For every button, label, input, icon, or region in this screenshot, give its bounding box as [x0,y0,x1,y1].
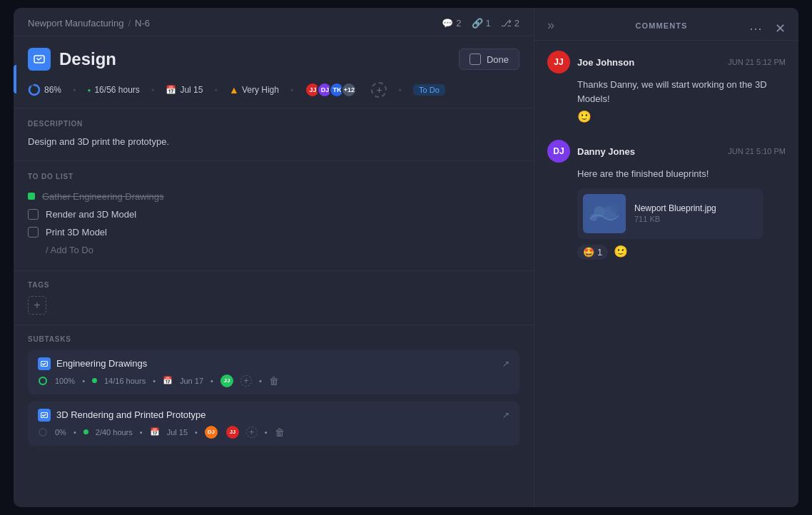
comments-list: JJ Joe Johnson JUN 21 5:12 PM Thanks Dan… [534,41,798,507]
todo-text-2: Render and 3D Model [46,209,136,220]
subtask-1-progress-ring [38,376,48,386]
subtask-1-progress: 100% [55,377,75,385]
todo-item-3[interactable]: Print 3D Model [28,223,519,241]
date-value: Jul 15 [180,85,203,95]
dot-sep-7: • [195,428,198,437]
priority-arrow-icon: ▲ [229,84,239,96]
tags-label: TAGS [28,281,519,289]
subtasks-label: SUBTASKS [28,335,519,343]
todo-label: TO DO LIST [28,173,519,180]
add-todo-button[interactable]: / Add To Do [28,241,519,259]
comment-2-avatar: DJ [547,140,570,163]
done-checkbox [470,53,481,65]
branches-action[interactable]: ⎇ 2 [501,18,519,29]
attachment-size: 711 KB [634,215,757,223]
comments-count: 2 [456,18,461,29]
subtask-2-delete[interactable]: 🗑 [275,427,285,438]
attachment-card[interactable]: Newport Blueprint.jpg 711 KB [577,188,763,239]
subtask-1-external-link[interactable]: ↗ [502,359,509,369]
calendar-icon: 📅 [166,85,176,95]
dot-sep-3: • [210,377,213,385]
link-icon: 🔗 [472,18,483,29]
subtask-1-title[interactable]: Engineering Drawings [56,358,147,369]
modal-overlay: Newport Manufacturing / N-6 💬 2 🔗 1 ⎇ [0,0,812,515]
avatar-more[interactable]: +12 [341,82,357,98]
date-item[interactable]: 📅 Jul 15 [166,85,203,95]
comment-1-header: JJ Joe Johnson JUN 21 5:12 PM [547,51,786,73]
comment-2-emoji-button[interactable]: 🙂 [614,246,628,258]
subtask-1-delete[interactable]: 🗑 [269,375,279,387]
svg-point-12 [610,203,620,213]
collapse-panel-button[interactable]: » [547,18,554,33]
comment-2-user: DJ Danny Jones [547,140,635,163]
todo-checkbox-2[interactable] [28,209,39,220]
cal-icon-1: 📅 [163,376,173,385]
priority-item[interactable]: ▲ Very High [229,84,279,96]
comments-action[interactable]: 💬 2 [442,18,461,29]
todo-checkbox-3[interactable] [28,227,39,238]
subtask-item-2: 3D Rendering and Printed Prototype ↗ 0% … [28,402,519,446]
cal-icon-2: 📅 [150,427,160,437]
task-icon [28,48,51,71]
subtask-2-title[interactable]: 3D Rendering and Printed Prototype [56,409,206,420]
subtask-2-add-assignee[interactable]: + [246,427,258,438]
breadcrumb-project[interactable]: Newport Manufacturing [28,18,123,29]
links-action[interactable]: 🔗 1 [472,18,491,29]
subtask-2-title-row: 3D Rendering and Printed Prototype [38,409,206,422]
comment-1-emoji-button[interactable]: 🙂 [577,111,592,123]
todo-text-1: Gather Engineering Drawings [42,191,164,202]
branch-icon: ⎇ [501,18,512,29]
subtask-1-avatar[interactable]: JJ [220,374,233,387]
more-options-button[interactable]: ⋯ [746,18,765,39]
description-text[interactable]: Design and 3D print the prototype. [28,135,519,149]
done-button[interactable]: Done [459,49,519,70]
right-panel: » COMMENTS JJ Joe Johnson JUN 21 5:12 PM… [534,8,798,507]
subtask-2-meta: 0% • 2/40 hours • 📅 Jul 15 • DJ JJ + • 🗑 [38,426,509,439]
description-label: DESCRIPTION [28,120,519,128]
todo-item-1[interactable]: Gather Engineering Drawings [28,188,519,205]
todo-item-2[interactable]: Render and 3D Model [28,205,519,223]
left-panel: Newport Manufacturing / N-6 💬 2 🔗 1 ⎇ [14,8,534,507]
svg-point-7 [39,429,46,436]
reaction-emoji: 🤩 [583,247,594,258]
subtask-2-header: 3D Rendering and Printed Prototype ↗ [38,409,509,422]
subtask-1-add-assignee[interactable]: + [240,375,252,387]
subtask-1-icon [38,357,51,370]
task-title[interactable]: Design [59,49,116,69]
subtask-2-avatar-2[interactable]: JJ [226,426,239,439]
comment-1-user: JJ Joe Johnson [547,51,634,73]
subtask-2-hours: 2/40 hours [96,428,133,437]
svg-point-2 [29,85,39,95]
close-button[interactable]: ✕ [772,18,788,39]
comment-2-reaction-1[interactable]: 🤩 1 [577,245,608,260]
comment-2-attachment: Newport Blueprint.jpg 711 KB [547,188,786,239]
comment-2-time: JUN 21 5:10 PM [728,147,786,155]
breadcrumb-id[interactable]: N-6 [135,18,150,29]
title-area: Design Done [14,36,534,78]
done-label: Done [487,54,509,65]
subtask-2-avatar[interactable]: DJ [205,426,218,439]
status-badge[interactable]: To Do [413,84,445,96]
svg-point-5 [39,377,46,384]
attachment-thumbnail [583,194,626,233]
dot-sep-8: • [265,428,268,437]
subtask-2-progress: 0% [55,428,66,437]
assignees-avatars: JJ DJ TK +12 [305,82,357,98]
subtasks-section: SUBTASKS Engineering Drawings [14,325,534,463]
hours-item[interactable]: ● 16/56 hours [88,85,140,95]
add-tag-button[interactable]: + [28,296,46,315]
todo-text-3: Print 3D Model [46,227,107,238]
subtask-1-dot [92,378,97,383]
modal-controls: ⋯ ✕ [746,18,788,39]
progress-item[interactable]: 86% [28,83,61,96]
subtask-item-1: Engineering Drawings ↗ 100% • 14/16 hour… [28,350,519,394]
add-assignee-button[interactable]: + [371,82,387,98]
left-bar-indicator [14,65,16,93]
comment-1-name: Joe Johnson [577,57,634,68]
dot-sep-6: • [140,428,143,437]
subtask-2-external-link[interactable]: ↗ [502,410,509,420]
dot-sep-4: • [259,377,262,385]
description-section: DESCRIPTION Design and 3D print the prot… [14,108,534,161]
comment-1-time: JUN 21 5:12 PM [728,58,786,66]
comment-item-1: JJ Joe Johnson JUN 21 5:12 PM Thanks Dan… [547,51,786,123]
